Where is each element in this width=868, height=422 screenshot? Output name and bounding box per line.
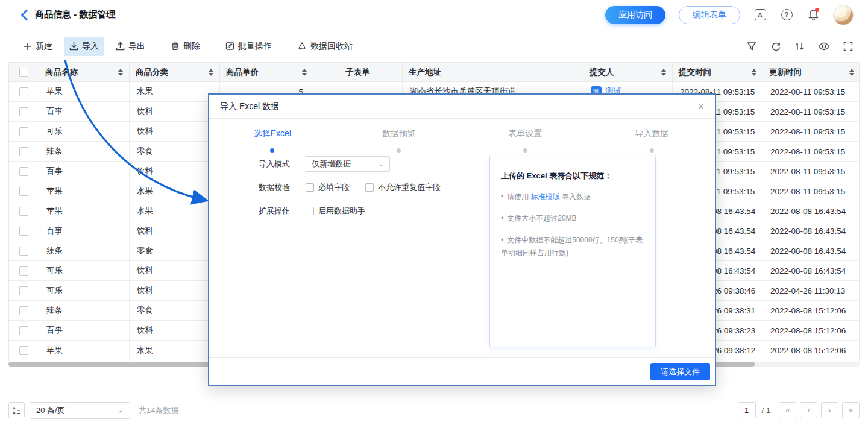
cell-product-name: 百事 (39, 221, 130, 241)
modal-title: 导入 Excel 数据 (220, 101, 279, 112)
recycle-bin-button[interactable]: 数据回收站 (292, 37, 358, 56)
row-checkbox[interactable] (19, 107, 28, 116)
row-checkbox[interactable] (19, 187, 28, 196)
sort-icon[interactable] (118, 69, 123, 76)
row-checkbox[interactable] (19, 247, 28, 256)
sort-icon[interactable] (302, 69, 307, 76)
row-checkbox[interactable] (19, 346, 28, 355)
row-checkbox[interactable] (19, 306, 28, 315)
col-header-submitter[interactable]: 提交人 (583, 63, 673, 81)
fullscreen-icon[interactable] (843, 41, 854, 52)
sort-icon[interactable] (752, 69, 756, 76)
filter-icon[interactable] (746, 41, 757, 52)
cell-product-name: 可乐 (39, 261, 130, 280)
row-checkbox[interactable] (19, 87, 28, 96)
edit-form-button[interactable]: 编辑表单 (679, 6, 740, 24)
cell-update-time: 2022-08-11 09:53:15 (763, 162, 860, 181)
table-toolbar: 新建 导入 导出 删除 批量操作 数据回收站 (0, 30, 868, 62)
cell-update-time: 2022-08-11 09:53:15 (763, 181, 860, 201)
sort-order-icon[interactable] (794, 41, 805, 52)
row-checkbox[interactable] (19, 147, 28, 156)
excel-spec-panel: 上传的 Excel 表符合以下规范： •请使用 标准模版 导入数据 •文件大小不… (489, 156, 656, 347)
cell-product-category: 饮料 (130, 162, 220, 181)
cell-product-name: 苹果 (39, 201, 130, 221)
sort-icon[interactable] (849, 69, 854, 76)
user-avatar[interactable] (833, 5, 854, 25)
data-assistant-checkbox[interactable]: 启用数据助手 (306, 206, 365, 216)
col-header-product-category[interactable]: 商品分类 (130, 63, 220, 81)
last-page-button[interactable]: » (842, 402, 860, 418)
col-header-product-price[interactable]: 商品单价 (220, 63, 313, 81)
spec-bullet-size: •文件大小不超过20MB (501, 212, 644, 225)
select-all-checkbox[interactable] (19, 68, 28, 77)
first-page-button[interactable]: « (779, 402, 796, 418)
cell-update-time: 2022-08-11 09:53:15 (763, 82, 860, 101)
step-dot (523, 148, 527, 153)
cell-product-name: 辣条 (39, 142, 130, 161)
next-page-button[interactable]: › (821, 402, 838, 418)
cell-product-name: 可乐 (39, 122, 130, 141)
cell-update-time: 2022-08-08 15:12:06 (763, 341, 860, 361)
import-icon (69, 42, 78, 51)
cell-product-name: 辣条 (39, 241, 130, 260)
app-access-button[interactable]: 应用访问 (605, 6, 665, 24)
row-checkbox[interactable] (19, 207, 28, 216)
total-pages-text: / 1 (762, 406, 770, 415)
extension-label: 扩展操作 (259, 206, 295, 216)
trash-icon (171, 42, 180, 51)
cell-product-category: 饮料 (130, 122, 220, 141)
wizard-steps: 选择Excel 数据预览 表单设置 导入数据 (209, 128, 715, 153)
no-duplicate-checkbox[interactable]: 不允许重复值字段 (365, 182, 441, 193)
import-options-form: 导入模式 仅新增数据⌄ 数据校验 必填字段 不允许重复值字段 扩展操作 启用数据… (259, 156, 441, 227)
new-button[interactable]: 新建 (18, 37, 58, 56)
row-checkbox[interactable] (19, 326, 28, 335)
page-size-select[interactable]: 20 条/页⌄ (30, 402, 130, 419)
row-height-icon[interactable] (8, 402, 25, 418)
row-checkbox[interactable] (19, 286, 28, 295)
col-header-product-name[interactable]: 商品名称 (39, 63, 130, 81)
cell-product-category: 饮料 (130, 321, 220, 340)
row-checkbox[interactable] (19, 227, 28, 236)
cell-update-time: 2022-08-08 15:12:06 (763, 321, 860, 340)
export-icon (116, 42, 125, 51)
delete-button[interactable]: 删除 (165, 37, 206, 56)
spec-title: 上传的 Excel 表符合以下规范： (501, 171, 644, 181)
row-checkbox[interactable] (19, 127, 28, 136)
page-number-input[interactable] (738, 402, 756, 418)
back-icon[interactable] (18, 9, 30, 21)
notification-bell-icon[interactable] (807, 8, 820, 22)
sort-icon[interactable] (209, 69, 213, 76)
col-header-submit-time[interactable]: 提交时间 (673, 63, 763, 81)
export-button[interactable]: 导出 (110, 37, 151, 56)
spec-bullet-rows: •文件中数据不能超过50000行、150列(子表单明细同样占用行数) (501, 234, 644, 259)
batch-actions-button[interactable]: 批量操作 (220, 37, 277, 56)
cell-product-category: 零食 (130, 142, 220, 161)
sort-icon[interactable] (661, 69, 666, 76)
col-header-update-time[interactable]: 更新时间 (763, 63, 860, 81)
refresh-icon[interactable] (770, 41, 781, 52)
column-visibility-eye-icon[interactable] (819, 41, 829, 52)
import-button[interactable]: 导入 (64, 37, 104, 56)
col-header-subform: 子表单 (313, 63, 403, 81)
step-dot (270, 148, 274, 153)
cell-product-category: 饮料 (130, 221, 220, 241)
cell-update-time: 2022-08-11 09:53:15 (763, 122, 860, 141)
language-icon[interactable]: A (753, 8, 767, 22)
import-mode-select[interactable]: 仅新增数据⌄ (306, 156, 390, 172)
pagination-bar: 20 条/页⌄ 共14条数据 / 1 « ‹ › » (0, 398, 868, 422)
row-checkbox[interactable] (19, 167, 28, 176)
cell-product-category: 水果 (130, 341, 220, 361)
row-checkbox[interactable] (19, 266, 28, 276)
cell-product-category: 水果 (130, 181, 220, 201)
cell-product-category: 饮料 (130, 102, 220, 121)
table-header-row: 商品名称 商品分类 商品单价 子表单 生产地址 提交人 提交时间 更新时间 (8, 62, 860, 82)
help-icon[interactable]: ? (780, 8, 793, 22)
choose-file-button[interactable]: 请选择文件 (650, 363, 710, 380)
cell-update-time: 2022-08-08 15:12:06 (763, 301, 860, 320)
modal-footer: 请选择文件 (209, 357, 715, 385)
col-header-address: 生产地址 (403, 63, 583, 81)
required-fields-checkbox[interactable]: 必填字段 (306, 182, 350, 193)
prev-page-button[interactable]: ‹ (800, 402, 817, 418)
standard-template-link[interactable]: 标准模版 (531, 192, 560, 201)
modal-close-icon[interactable]: × (697, 101, 704, 112)
